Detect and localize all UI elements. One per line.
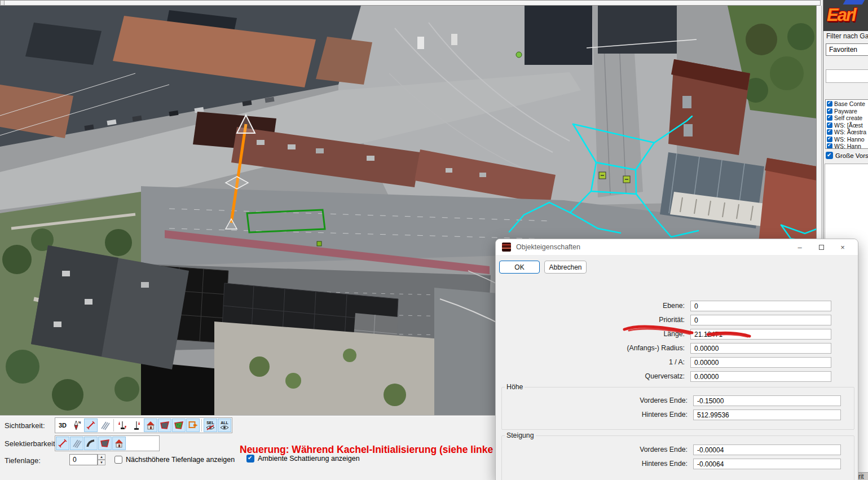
category-dropdown[interactable]: Favoriten xyxy=(826,43,868,56)
content-filter-list[interactable]: Base Conte Payware Self create WS: [Ãœst… xyxy=(825,99,868,149)
list-item[interactable]: Self create xyxy=(827,115,868,122)
querversatz-input[interactable]: 0.00000 xyxy=(690,371,831,382)
next-depth-checkbox-row: Nächsthöhere Tiefenlage anzeigen xyxy=(114,456,235,464)
field-label: Vorderes Ende: xyxy=(597,446,688,453)
steigung-group xyxy=(501,435,854,480)
parallel-select-icon[interactable] xyxy=(70,437,83,450)
3d-view-button[interactable]: 3D xyxy=(56,419,69,432)
field-label: 1 / A: xyxy=(594,358,685,366)
track-select-icon[interactable] xyxy=(56,437,69,450)
item-label: WS: Hanno xyxy=(834,136,865,143)
large-preview-checkbox[interactable] xyxy=(826,152,833,159)
svg-text:N: N xyxy=(78,421,81,424)
steigung-hinteres-input[interactable]: -0.00064 xyxy=(693,459,841,469)
field-label: (Anfangs-) Radius: xyxy=(594,344,685,352)
object-properties-dialog: Objekteigenschaften – × OK Abbrechen Ebe… xyxy=(495,239,858,480)
list-item[interactable]: WS: Ãœstra xyxy=(827,129,868,136)
tiefenlage-input[interactable]: 0 xyxy=(69,454,98,465)
sel-label: SEL xyxy=(206,421,214,425)
item-checkbox[interactable] xyxy=(827,108,832,114)
stepper-up-button[interactable]: ▲ xyxy=(98,454,105,460)
klothoide-input[interactable]: 0.00000 xyxy=(690,357,831,368)
item-label: WS: Ãœstra xyxy=(834,129,866,135)
list-item[interactable]: WS: Hann xyxy=(827,143,868,149)
logo-accent xyxy=(843,0,866,5)
item-checkbox[interactable] xyxy=(827,143,832,149)
ambient-shading-row: Ambiente Schattierung anzeigen xyxy=(246,455,360,463)
hoehe-group xyxy=(501,387,854,430)
item-checkbox[interactable] xyxy=(827,136,832,142)
list-item[interactable]: WS: [Ãœst xyxy=(827,122,868,129)
selectability-toolbar xyxy=(55,435,160,451)
field-label: Vorderes Ende: xyxy=(597,397,688,404)
hoehe-group-title: Höhe xyxy=(505,383,525,391)
large-preview-label: Große Vorsc xyxy=(835,152,868,159)
field-label: Priorität: xyxy=(594,316,685,324)
ambient-shading-label: Ambiente Schattierung anzeigen xyxy=(258,455,360,463)
field-label: Ebene: xyxy=(594,302,685,310)
polygon-select-icon[interactable] xyxy=(98,437,112,450)
horizontal-scrollbar[interactable] xyxy=(0,0,821,6)
item-label: Payware xyxy=(834,108,857,115)
item-checkbox[interactable] xyxy=(827,122,832,128)
app-icon xyxy=(502,243,511,252)
visibility-toolbar: 3D N xyxy=(55,417,232,433)
track-visibility-icon[interactable] xyxy=(84,419,98,432)
next-depth-checkbox[interactable] xyxy=(114,456,122,464)
news-notice-text: Neuerung: Während Kachel-Initialisierung… xyxy=(240,444,503,456)
item-checkbox[interactable] xyxy=(827,115,832,121)
dialog-titlebar[interactable]: Objekteigenschaften – × xyxy=(496,239,858,255)
all-label: ALL xyxy=(221,421,228,425)
minimize-button[interactable]: – xyxy=(789,239,810,255)
stepper-down-button[interactable]: ▼ xyxy=(98,460,105,465)
house-visibility-icon[interactable] xyxy=(144,419,157,432)
terrain-visibility-icon[interactable] xyxy=(172,419,186,432)
steigung-group-title: Steigung xyxy=(505,431,536,439)
ambient-shading-checkbox[interactable] xyxy=(246,455,254,463)
compass-icon[interactable]: N xyxy=(70,419,83,432)
steigung-vorderes-input[interactable]: -0.00004 xyxy=(693,444,841,455)
curve-select-icon[interactable] xyxy=(84,437,98,450)
prioritaet-input[interactable]: 0 xyxy=(690,315,831,325)
signal-icon[interactable] xyxy=(130,419,143,432)
anchor-point-icon[interactable] xyxy=(186,419,200,432)
item-checkbox[interactable] xyxy=(827,101,832,107)
sichtbarkeit-label: Sichtbarkeit: xyxy=(5,421,45,430)
list-item[interactable]: Payware xyxy=(827,108,868,115)
all-visibility-button[interactable]: ALL xyxy=(218,419,231,432)
item-checkbox[interactable] xyxy=(827,129,832,135)
ebene-input[interactable]: 0 xyxy=(690,301,831,311)
field-label: Querversatz: xyxy=(594,372,685,380)
field-label: Hinteres Ende: xyxy=(597,460,688,468)
toolbar-separator xyxy=(201,419,202,431)
close-button[interactable]: × xyxy=(832,239,853,255)
item-label: WS: [Ãœst xyxy=(834,122,863,129)
large-preview-row: Große Vorsc xyxy=(826,152,868,159)
filter-label: Filter nach Gatt xyxy=(826,32,868,40)
cancel-button[interactable]: Abbrechen xyxy=(544,261,587,274)
hoehe-vorderes-input[interactable]: -0.15000 xyxy=(693,395,841,406)
item-label: Base Conte xyxy=(834,100,865,107)
search-input[interactable] xyxy=(826,69,868,83)
signal-updown-icon[interactable] xyxy=(116,419,129,432)
selektierbarkeit-label: Selektierbarkeit: xyxy=(5,439,57,448)
field-label: Länge: xyxy=(594,330,685,338)
polygon-visibility-icon[interactable] xyxy=(158,419,171,432)
hoehe-hinteres-input[interactable]: 512.99536 xyxy=(693,409,841,420)
house-select-icon[interactable] xyxy=(112,437,126,450)
list-item[interactable]: Base Conte xyxy=(827,100,868,108)
item-label: WS: Hann xyxy=(834,143,861,149)
item-label: Self create xyxy=(834,115,862,121)
dialog-title: Objekteigenschaften xyxy=(516,243,580,251)
field-label: Hinteres Ende: xyxy=(597,411,688,419)
maximize-button[interactable] xyxy=(810,239,832,255)
sel-visibility-button[interactable]: SEL xyxy=(204,419,217,432)
sidebar-header: Earl xyxy=(823,0,868,31)
scrollbar-corner xyxy=(1,1,5,5)
laenge-input[interactable]: 21.12471 xyxy=(690,329,831,340)
radius-input[interactable]: 0.00000 xyxy=(690,343,831,354)
ok-button[interactable]: OK xyxy=(499,261,540,274)
eye-slash-icon xyxy=(206,425,215,430)
list-item[interactable]: WS: Hanno xyxy=(827,136,868,143)
parallel-lines-icon[interactable] xyxy=(98,419,112,432)
